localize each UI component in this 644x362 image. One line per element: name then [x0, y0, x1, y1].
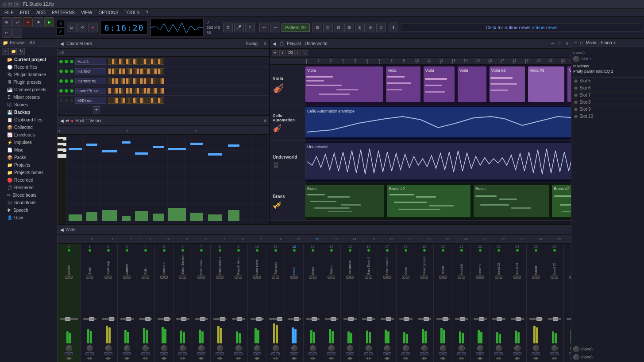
ch-arr-r-20[interactable]: ▶	[443, 356, 446, 360]
ch-fader-23[interactable]	[497, 317, 502, 321]
tb5[interactable]: ⊗	[355, 23, 365, 32]
ch-mute-1[interactable]	[90, 276, 93, 279]
ch-fader-13[interactable]	[312, 317, 317, 321]
ch-arr-l-15[interactable]: ◀	[347, 356, 350, 360]
menu-add[interactable]: ADD	[34, 10, 48, 16]
pad[interactable]	[119, 58, 122, 65]
ch-arr-r-21[interactable]: ▶	[462, 356, 464, 360]
sidebar-item-mixer-presets[interactable]: 🎚 Mixer presets	[0, 93, 57, 101]
ch-arr-r-4[interactable]: ▶	[146, 356, 148, 360]
online-news-btn[interactable]: Click for online news online news	[401, 23, 642, 32]
ch-arr-l-21[interactable]: ◀	[459, 356, 461, 360]
pl-tool-select[interactable]: ⌖	[279, 50, 285, 56]
ch-sb2-2[interactable]	[108, 352, 112, 355]
ch-fader-10[interactable]	[256, 317, 262, 321]
ch-mute-25[interactable]	[536, 276, 540, 279]
ch-sb2-3[interactable]	[127, 352, 131, 355]
ch-light-h1[interactable]	[59, 70, 63, 73]
ch-light-1[interactable]	[59, 60, 63, 63]
ch-light-h3[interactable]	[70, 70, 73, 73]
ch-arr-l-5[interactable]: ◀	[161, 356, 164, 360]
ch-mute-18[interactable]	[406, 276, 409, 279]
ch-sb2-13[interactable]	[313, 352, 317, 355]
bottom-knob-2[interactable]	[573, 354, 579, 360]
audio-icon[interactable]: 🎤	[234, 23, 244, 32]
ch-mute-3[interactable]	[127, 276, 131, 279]
ch-arr-r-22[interactable]: ▶	[480, 356, 483, 360]
ch-sb1-16[interactable]	[364, 352, 368, 355]
ch-pan-14[interactable]	[328, 345, 335, 351]
ch-mute-4[interactable]	[146, 276, 149, 279]
ch-sb2-15[interactable]	[350, 352, 354, 355]
ch-arr-r-7[interactable]: ▶	[201, 356, 204, 360]
ch-mute-23[interactable]	[499, 276, 502, 279]
sidebar-item-rendered[interactable]: 🎵 Rendered	[0, 184, 57, 191]
ch-solo-18[interactable]	[402, 276, 405, 279]
pl-zoom-in[interactable]: +	[294, 50, 301, 56]
ch-pan-16[interactable]	[366, 345, 372, 351]
sidebar-item-current-project[interactable]: 📂 Current project	[0, 56, 57, 63]
ch-pan-11[interactable]	[273, 345, 279, 351]
pad[interactable]	[150, 88, 154, 94]
ch-arr-l-4[interactable]: ◀	[143, 356, 145, 360]
pl-zoom-out[interactable]: -	[302, 50, 308, 56]
sidebar-item-channel-presets[interactable]: 🎹 Channel presets	[0, 86, 57, 93]
ch-solo-15[interactable]	[346, 276, 350, 279]
ch-solo-4[interactable]	[142, 276, 145, 279]
ch-solo-10[interactable]	[253, 276, 257, 279]
ch-pan-8[interactable]	[217, 345, 223, 351]
ch-active-light-9[interactable]	[237, 249, 240, 252]
ch-sb1-18[interactable]	[401, 352, 405, 355]
ch-sb2-16[interactable]	[369, 352, 373, 355]
tb1[interactable]: ⊞	[312, 23, 322, 32]
ch-arr-r-19[interactable]: ▶	[424, 356, 427, 360]
ch-sb2-4[interactable]	[146, 352, 150, 355]
pad[interactable]	[129, 88, 132, 94]
ch-arr-l-12[interactable]: ◀	[291, 356, 294, 360]
ch-arr-l-9[interactable]: ◀	[235, 356, 238, 360]
ch-pan-13[interactable]	[310, 345, 316, 351]
ch-solo-8[interactable]	[216, 276, 220, 279]
ch-sb2-21[interactable]	[462, 352, 466, 355]
ch-sb1-12[interactable]	[290, 352, 294, 355]
ch-fader-1[interactable]	[89, 317, 94, 321]
channel-rack-close[interactable]: ×	[264, 41, 266, 46]
pad[interactable]	[115, 88, 118, 94]
ch-arr-r-0[interactable]: ▶	[69, 356, 72, 360]
ch-solo-13[interactable]	[309, 276, 312, 279]
ch-arr-r-6[interactable]: ▶	[183, 356, 185, 360]
ch-sb2-6[interactable]	[183, 352, 187, 355]
ch-mute-24[interactable]	[517, 276, 521, 279]
inserts-close-btn[interactable]: ×	[613, 40, 616, 45]
ch-fader-20[interactable]	[443, 317, 448, 321]
minimize-btn[interactable]: ─	[2, 2, 7, 7]
ch-mute-14[interactable]	[332, 276, 335, 279]
ch-pan-4[interactable]	[143, 345, 149, 351]
ch-mute-12[interactable]	[294, 276, 298, 279]
ch-arr-l-11[interactable]: ◀	[273, 356, 275, 360]
ch-light-2[interactable]	[65, 60, 68, 63]
ch-sb2-8[interactable]	[220, 352, 224, 355]
ch-solo-3[interactable]	[123, 276, 127, 279]
ch-sb2-0[interactable]	[69, 352, 73, 355]
menu-view[interactable]: VIEW	[78, 10, 95, 16]
sidebar-item-speech[interactable]: 🗣 Speech	[0, 206, 57, 214]
ch-solo-20[interactable]	[439, 276, 443, 279]
ch-arr-l-17[interactable]: ◀	[384, 356, 387, 360]
ch-pan-10[interactable]	[254, 345, 260, 351]
ch-pan-7[interactable]	[198, 345, 204, 351]
ch-fader-3[interactable]	[126, 317, 131, 321]
pad[interactable]	[119, 68, 122, 74]
ch-arr-r-12[interactable]: ▶	[294, 356, 297, 360]
ch-active-light-10[interactable]	[256, 249, 258, 252]
ch-mute-26[interactable]	[555, 276, 558, 279]
ch-fader-6[interactable]	[181, 317, 186, 321]
ch-sb2-1[interactable]	[90, 352, 94, 355]
pad[interactable]	[115, 97, 118, 104]
ch-sb2-24[interactable]	[517, 352, 521, 355]
ch-fader-16[interactable]	[367, 317, 372, 321]
sidebar-item-plugin-presets[interactable]: 🎛 Plugin presets	[0, 78, 57, 86]
ch-fader-14[interactable]	[331, 317, 336, 321]
ch-sb1-6[interactable]	[178, 352, 182, 355]
ch-arr-l-8[interactable]: ◀	[217, 356, 220, 360]
